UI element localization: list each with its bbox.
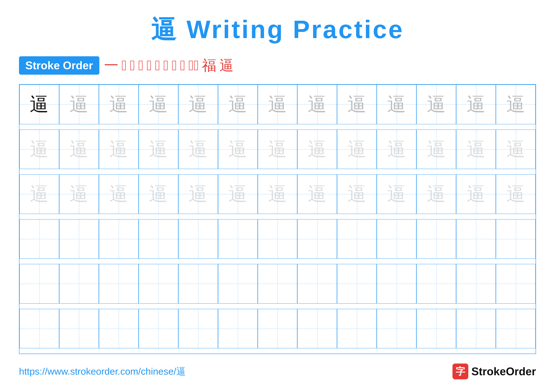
grid-cell-r3c13[interactable]: 逼	[496, 174, 535, 214]
grid-cell-r2c12[interactable]: 逼	[456, 129, 496, 169]
grid-cell-r3c2[interactable]: 逼	[59, 174, 99, 214]
grid-cell-r1c3[interactable]: 逼	[99, 85, 139, 124]
grid-cell-r1c4[interactable]: 逼	[139, 85, 178, 124]
grid-cell-r4c1[interactable]	[20, 219, 59, 259]
grid-cell-r5c13[interactable]	[496, 264, 535, 304]
grid-cell-r4c13[interactable]	[496, 219, 535, 259]
grid-cell-r2c9[interactable]: 逼	[337, 129, 377, 169]
grid-cell-r6c13[interactable]	[496, 309, 535, 349]
grid-cell-r4c10[interactable]	[377, 219, 416, 259]
grid-cell-r5c11[interactable]	[416, 264, 456, 304]
grid-cell-r5c9[interactable]	[337, 264, 377, 304]
grid-cell-r1c8[interactable]: 逼	[297, 85, 337, 124]
grid-cell-r5c6[interactable]	[218, 264, 258, 304]
grid-cell-r5c5[interactable]	[178, 264, 218, 304]
grid-cell-r6c4[interactable]	[139, 309, 178, 349]
grid-cell-r2c6[interactable]: 逼	[218, 129, 258, 169]
grid-cell-r4c7[interactable]	[258, 219, 297, 259]
grid-cell-r2c7[interactable]: 逼	[258, 129, 297, 169]
cell-char: 逼	[149, 185, 168, 204]
grid-cell-r6c2[interactable]	[59, 309, 99, 349]
grid-cell-r3c12[interactable]: 逼	[456, 174, 496, 214]
grid-cell-r5c10[interactable]	[377, 264, 416, 304]
stroke-step-4: 𠃑	[138, 58, 144, 73]
grid-cell-r6c7[interactable]	[258, 309, 297, 349]
grid-cell-r2c13[interactable]: 逼	[496, 129, 535, 169]
cell-char: 逼	[427, 185, 446, 204]
grid-cell-r5c12[interactable]	[456, 264, 496, 304]
grid-cell-r2c11[interactable]: 逼	[416, 129, 456, 169]
grid-cell-r2c4[interactable]: 逼	[139, 129, 178, 169]
grid-cell-r2c5[interactable]: 逼	[178, 129, 218, 169]
grid-cell-r1c10[interactable]: 逼	[377, 85, 416, 124]
grid-cell-r5c3[interactable]	[99, 264, 139, 304]
grid-cell-r1c5[interactable]: 逼	[178, 85, 218, 124]
grid-cell-r4c12[interactable]	[456, 219, 496, 259]
stroke-step-11: 福	[202, 58, 216, 73]
cell-char: 逼	[109, 95, 128, 114]
footer-url[interactable]: https://www.strokeorder.com/chinese/逼	[19, 365, 186, 378]
cell-char: 逼	[506, 140, 525, 159]
grid-cell-r3c8[interactable]: 逼	[297, 174, 337, 214]
stroke-order-badge: Stroke Order	[19, 56, 99, 75]
grid-cell-r2c1[interactable]: 逼	[20, 129, 59, 169]
grid-cell-r3c5[interactable]: 逼	[178, 174, 218, 214]
stroke-step-5: 𠃒	[147, 58, 152, 73]
grid-cell-r3c4[interactable]: 逼	[139, 174, 178, 214]
grid-cell-r6c3[interactable]	[99, 309, 139, 349]
cell-char: 逼	[268, 140, 287, 159]
cell-char: 逼	[387, 95, 406, 114]
grid-cell-r5c2[interactable]	[59, 264, 99, 304]
grid-cell-r1c1[interactable]: 逼	[20, 85, 59, 124]
grid-cell-r4c2[interactable]	[59, 219, 99, 259]
grid-cell-r5c8[interactable]	[297, 264, 337, 304]
grid-cell-r3c3[interactable]: 逼	[99, 174, 139, 214]
grid-cell-r3c6[interactable]: 逼	[218, 174, 258, 214]
cell-char: 逼	[268, 95, 287, 114]
grid-cell-r3c11[interactable]: 逼	[416, 174, 456, 214]
grid-cell-r1c2[interactable]: 逼	[59, 85, 99, 124]
grid-cell-r3c9[interactable]: 逼	[337, 174, 377, 214]
grid-cell-r2c3[interactable]: 逼	[99, 129, 139, 169]
grid-cell-r5c7[interactable]	[258, 264, 297, 304]
grid-cell-r4c8[interactable]	[297, 219, 337, 259]
cell-char: 逼	[467, 140, 486, 159]
grid-cell-r1c11[interactable]: 逼	[416, 85, 456, 124]
grid-cell-r4c11[interactable]	[416, 219, 456, 259]
grid-cell-r6c12[interactable]	[456, 309, 496, 349]
stroke-step-2: 𠃌	[122, 58, 127, 73]
grid-cell-r4c9[interactable]	[337, 219, 377, 259]
grid-cell-r1c13[interactable]: 逼	[496, 85, 535, 124]
grid-cell-r6c1[interactable]	[20, 309, 59, 349]
cell-char: 逼	[69, 185, 88, 204]
grid-cell-r2c8[interactable]: 逼	[297, 129, 337, 169]
grid-cell-r5c4[interactable]	[139, 264, 178, 304]
cell-char: 逼	[149, 140, 168, 159]
grid-cell-r2c2[interactable]: 逼	[59, 129, 99, 169]
grid-cell-r3c1[interactable]: 逼	[20, 174, 59, 214]
grid-cell-r6c10[interactable]	[377, 309, 416, 349]
stroke-step-8: 𠄐	[172, 58, 177, 73]
cell-char: 逼	[30, 95, 49, 114]
grid-cell-r6c5[interactable]	[178, 309, 218, 349]
grid-cell-r6c6[interactable]	[218, 309, 258, 349]
grid-cell-r4c3[interactable]	[99, 219, 139, 259]
cell-char: 逼	[467, 95, 486, 114]
grid-cell-r1c6[interactable]: 逼	[218, 85, 258, 124]
grid-cell-r2c10[interactable]: 逼	[377, 129, 416, 169]
grid-cell-r1c9[interactable]: 逼	[337, 85, 377, 124]
grid-cell-r4c6[interactable]	[218, 219, 258, 259]
grid-cell-r4c5[interactable]	[178, 219, 218, 259]
grid-cell-r1c12[interactable]: 逼	[456, 85, 496, 124]
grid-cell-r4c4[interactable]	[139, 219, 178, 259]
grid-cell-r5c1[interactable]	[20, 264, 59, 304]
grid-cell-r3c7[interactable]: 逼	[258, 174, 297, 214]
grid-cell-r3c10[interactable]: 逼	[377, 174, 416, 214]
cell-char: 逼	[308, 185, 327, 204]
grid-cell-r6c11[interactable]	[416, 309, 456, 349]
stroke-step-10: 逼̀	[189, 58, 199, 73]
cell-char: 逼	[347, 185, 366, 204]
grid-cell-r6c8[interactable]	[297, 309, 337, 349]
grid-cell-r6c9[interactable]	[337, 309, 377, 349]
grid-cell-r1c7[interactable]: 逼	[258, 85, 297, 124]
